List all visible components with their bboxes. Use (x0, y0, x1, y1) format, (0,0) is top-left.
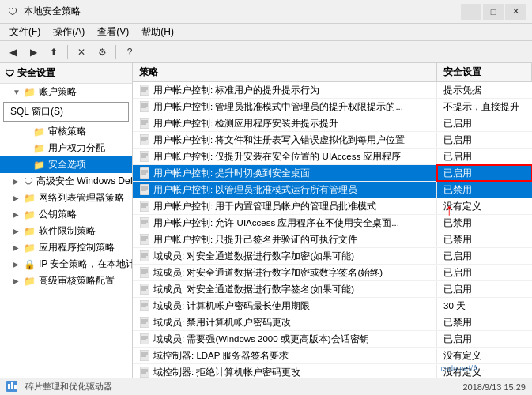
setting-cell: 已启用 (437, 281, 532, 297)
tree-node-label: 账户策略 (39, 85, 77, 99)
folder-icon-user-rights: 📁 (33, 143, 45, 154)
table-row[interactable]: 用户帐户控制: 以管理员批准模式运行所有管理员已禁用 (133, 182, 532, 198)
setting-cell: 没有定义 (437, 198, 532, 214)
setting-cell: 没有定义 (437, 348, 532, 363)
close-button[interactable]: ✕ (505, 4, 526, 20)
tree-node-security-options[interactable]: 📁 安全选项 (0, 156, 132, 173)
tree-node-software-policy[interactable]: ▶ 📁 软件限制策略 (0, 223, 132, 239)
tree-node-user-rights[interactable]: 📁 用户权力分配 (0, 140, 132, 156)
setting-cell: 没有定义 (437, 364, 532, 378)
policy-icon (139, 118, 150, 129)
expand-icon-fw: ▶ (13, 177, 21, 186)
tree-node-advanced-audit[interactable]: ▶ 📁 高级审核策略配置 (0, 273, 132, 289)
table-row[interactable]: 域成员: 对安全通道数据进行数字加密(如果可能)已启用 (133, 248, 532, 265)
setting-cell: 已禁用 (437, 182, 532, 198)
maximize-button[interactable]: □ (483, 4, 504, 20)
svg-rect-85 (8, 384, 10, 389)
setting-cell: 已禁用 (437, 314, 532, 330)
expand-icon-sp: ▶ (13, 227, 21, 235)
defrag-icon (6, 381, 19, 393)
toolbar: ◀ ▶ ⬆ ✕ ⚙ ? (0, 41, 532, 63)
svg-rect-28 (140, 201, 149, 212)
folder-icon-security: 📁 (33, 160, 45, 171)
folder-icon-aa: 📁 (24, 276, 36, 287)
tree-node-sql-popup[interactable]: SQL 窗口(S) (3, 102, 129, 122)
tree-node-ip-security[interactable]: ▶ 🔒 IP 安全策略，在本地计算机 (0, 256, 132, 273)
tree-node-network-policy[interactable]: ▶ 📁 网络列表管理器策略 (0, 190, 132, 206)
table-row[interactable]: 用户帐户控制: 允许 UIAccess 应用程序在不使用安全桌面...已禁用 (133, 215, 532, 231)
table-row[interactable]: 用户帐户控制: 仅提升安装在安全位置的 UIAccess 应用程序已启用 (133, 149, 532, 165)
svg-rect-12 (140, 134, 149, 145)
table-row[interactable]: 用户帐户控制: 检测应用程序安装并提示提升已启用 (133, 115, 532, 132)
tree-header-label: 安全设置 (17, 66, 55, 80)
menu-file[interactable]: 文件(F) (3, 24, 47, 40)
policy-table: 策略 安全设置 用户帐户控制: 标准用户的提升提示行为提示凭据 用户帐户控制: … (133, 63, 532, 378)
help-button[interactable]: ? (120, 43, 139, 61)
up-button[interactable]: ⬆ (44, 43, 63, 61)
table-row[interactable]: 用户帐户控制: 管理员批准模式中管理员的提升权限提示的...不提示，直接提升 (133, 99, 532, 115)
tree-header: 🛡 安全设置 (0, 63, 132, 84)
svg-rect-36 (140, 234, 149, 245)
policy-cell: 域成员: 禁用计算机帐户密码更改 (133, 314, 437, 330)
tree-node-label-ac: 应用程序控制策略 (39, 241, 115, 254)
setting-cell: 已禁用 (437, 215, 532, 231)
tree-node-advanced-firewall[interactable]: ▶ 🛡 高级安全 Windows Defender 防火墙 (0, 173, 132, 190)
table-row[interactable]: 域控制器: LDAP 服务器签名要求没有定义 (133, 348, 532, 364)
tree-node-account-policies[interactable]: ▼ 📁 账户策略 (0, 84, 132, 100)
forward-button[interactable]: ▶ (24, 43, 43, 61)
policy-icon (139, 333, 150, 344)
policy-cell: 域成员: 计算机帐户密码最长使用期限 (133, 298, 437, 314)
table-row[interactable]: 域成员: 对安全通道数据进行数字加密或数字签名(始终)已启用 (133, 265, 532, 281)
table-row[interactable]: 用户帐户控制: 将文件和注册表写入错误虚拟化到每用户位置已启用 (133, 132, 532, 149)
policy-cell: 用户帐户控制: 检测应用程序安装并提示提升 (133, 115, 437, 131)
svg-rect-48 (140, 284, 149, 295)
policy-icon (139, 350, 150, 361)
policy-cell: 用户帐户控制: 提升时切换到安全桌面 (133, 165, 437, 181)
setting-cell: 已启用 (437, 132, 532, 148)
expand-icon-aa: ▶ (13, 276, 21, 285)
toolbar-separator-2 (115, 45, 116, 59)
menu-help[interactable]: 帮助(H) (135, 24, 180, 40)
table-row[interactable]: 域成员: 对安全通道数据进行数字签名(如果可能)已启用 (133, 281, 532, 298)
policy-cell: 用户帐户控制: 以管理员批准模式运行所有管理员 (133, 182, 437, 198)
shield-icon-fw: 🛡 (24, 176, 33, 187)
policy-icon (139, 151, 150, 162)
window-icon: 🛡 (6, 6, 19, 18)
table-row[interactable]: 域成员: 需要强(Windows 2000 或更高版本)会话密钥已启用 (133, 331, 532, 348)
menu-action[interactable]: 操作(A) (47, 24, 91, 40)
table-row[interactable]: 用户帐户控制: 用于内置管理员帐户的管理员批准模式没有定义 (133, 198, 532, 215)
policy-icon (139, 85, 150, 96)
table-header: 策略 安全设置 (133, 63, 532, 82)
back-button[interactable]: ◀ (3, 43, 22, 61)
shield-icon: 🛡 (5, 68, 14, 79)
policy-cell: 用户帐户控制: 允许 UIAccess 应用程序在不使用安全桌面... (133, 215, 437, 231)
table-row[interactable]: 域成员: 禁用计算机帐户密码更改已禁用 (133, 314, 532, 331)
svg-rect-52 (140, 300, 149, 311)
expand-icon-np: ▶ (13, 194, 21, 202)
tree-node-label-audit: 审核策略 (48, 125, 86, 138)
table-row[interactable]: 域控制器: 拒绝计算机帐户密码更改没有定义 (133, 364, 532, 378)
table-row[interactable]: 用户帐户控制: 提升时切换到安全桌面已启用 (133, 165, 532, 182)
setting-cell: 提示凭据 (437, 82, 532, 98)
table-body: 用户帐户控制: 标准用户的提升提示行为提示凭据 用户帐户控制: 管理员批准模式中… (133, 82, 532, 378)
minimize-button[interactable]: — (461, 4, 481, 20)
svg-rect-68 (140, 367, 149, 378)
left-panel: 🛡 安全设置 ▼ 📁 账户策略 SQL 窗口(S) 📁 审核策略 📁 用户权力分… (0, 63, 133, 378)
delete-button[interactable]: ✕ (72, 43, 91, 61)
policy-cell: 域成员: 需要强(Windows 2000 或更高版本)会话密钥 (133, 331, 437, 347)
tree-node-public-key[interactable]: ▶ 📁 公钥策略 (0, 206, 132, 223)
table-row[interactable]: 用户帐户控制: 标准用户的提升提示行为提示凭据 (133, 82, 532, 99)
setting-cell: 已禁用 (437, 231, 532, 247)
tree-node-label-pk: 公钥策略 (39, 208, 77, 221)
properties-button[interactable]: ⚙ (92, 43, 111, 61)
title-bar: 🛡 本地安全策略 — □ ✕ (0, 0, 532, 24)
policy-icon (139, 300, 150, 311)
policy-icon (139, 284, 150, 295)
tree-node-audit[interactable]: 📁 审核策略 (0, 123, 132, 140)
tree-node-app-control[interactable]: ▶ 📁 应用程序控制策略 (0, 239, 132, 256)
policy-cell: 用户帐户控制: 仅提升安装在安全位置的 UIAccess 应用程序 (133, 149, 437, 164)
table-row[interactable]: 用户帐户控制: 只提升己签名并验证的可执行文件已禁用 (133, 231, 532, 248)
menu-view[interactable]: 查看(V) (91, 24, 135, 40)
svg-rect-56 (140, 317, 149, 328)
table-row[interactable]: 域成员: 计算机帐户密码最长使用期限30 天 (133, 298, 532, 314)
